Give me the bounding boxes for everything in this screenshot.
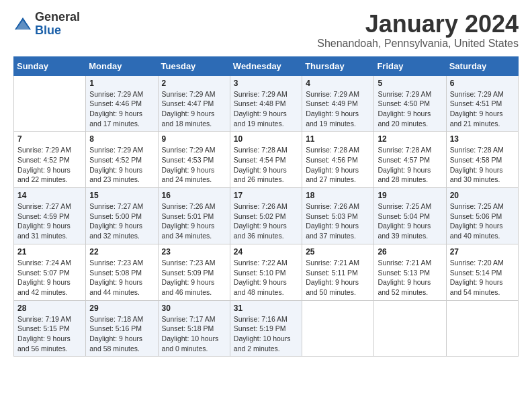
calendar-cell: 1Sunrise: 7:29 AMSunset: 4:46 PMDaylight… bbox=[86, 75, 158, 132]
day-number: 31 bbox=[234, 304, 298, 313]
day-number: 12 bbox=[378, 134, 442, 144]
day-info: Sunrise: 7:23 AMSunset: 5:09 PMDaylight:… bbox=[162, 258, 226, 298]
day-info: Sunrise: 7:29 AMSunset: 4:46 PMDaylight:… bbox=[89, 89, 154, 129]
calendar-cell: 8Sunrise: 7:29 AMSunset: 4:52 PMDaylight… bbox=[86, 132, 158, 188]
calendar-cell bbox=[302, 300, 374, 357]
calendar-week-4: 21Sunrise: 7:24 AMSunset: 5:07 PMDayligh… bbox=[14, 244, 519, 300]
day-info: Sunrise: 7:27 AMSunset: 5:00 PMDaylight:… bbox=[89, 201, 154, 241]
calendar-cell: 2Sunrise: 7:29 AMSunset: 4:47 PMDaylight… bbox=[158, 75, 230, 132]
day-info: Sunrise: 7:29 AMSunset: 4:47 PMDaylight:… bbox=[162, 89, 226, 129]
calendar-week-2: 7Sunrise: 7:29 AMSunset: 4:52 PMDaylight… bbox=[14, 132, 519, 188]
logo-general-text: General bbox=[35, 11, 80, 24]
day-info: Sunrise: 7:22 AMSunset: 5:10 PMDaylight:… bbox=[234, 258, 298, 298]
calendar-week-3: 14Sunrise: 7:27 AMSunset: 4:59 PMDayligh… bbox=[14, 188, 519, 244]
day-info: Sunrise: 7:16 AMSunset: 5:19 PMDaylight:… bbox=[234, 314, 298, 354]
title-block: January 2024 Shenandoah, Pennsylvania, U… bbox=[317, 11, 519, 50]
calendar-cell: 10Sunrise: 7:28 AMSunset: 4:54 PMDayligh… bbox=[230, 132, 302, 188]
day-number: 29 bbox=[89, 304, 154, 313]
calendar-cell: 18Sunrise: 7:26 AMSunset: 5:03 PMDayligh… bbox=[302, 188, 374, 244]
calendar-cell: 23Sunrise: 7:23 AMSunset: 5:09 PMDayligh… bbox=[158, 244, 230, 300]
calendar-cell: 11Sunrise: 7:28 AMSunset: 4:56 PMDayligh… bbox=[302, 132, 374, 188]
day-header-friday: Friday bbox=[374, 56, 446, 75]
day-number: 6 bbox=[450, 79, 515, 88]
calendar-table: SundayMondayTuesdayWednesdayThursdayFrid… bbox=[13, 56, 519, 357]
calendar-cell: 22Sunrise: 7:23 AMSunset: 5:08 PMDayligh… bbox=[86, 244, 158, 300]
day-number: 24 bbox=[234, 247, 298, 257]
calendar-cell: 14Sunrise: 7:27 AMSunset: 4:59 PMDayligh… bbox=[14, 188, 86, 244]
calendar-cell: 16Sunrise: 7:26 AMSunset: 5:01 PMDayligh… bbox=[158, 188, 230, 244]
calendar-cell: 7Sunrise: 7:29 AMSunset: 4:52 PMDaylight… bbox=[14, 132, 86, 188]
calendar-cell: 29Sunrise: 7:18 AMSunset: 5:16 PMDayligh… bbox=[86, 300, 158, 357]
day-number: 15 bbox=[89, 191, 154, 200]
day-number: 4 bbox=[306, 79, 370, 88]
day-number: 13 bbox=[450, 134, 515, 144]
day-info: Sunrise: 7:19 AMSunset: 5:15 PMDaylight:… bbox=[17, 314, 82, 354]
day-number: 1 bbox=[89, 79, 154, 88]
day-info: Sunrise: 7:26 AMSunset: 5:01 PMDaylight:… bbox=[162, 201, 226, 241]
day-info: Sunrise: 7:26 AMSunset: 5:03 PMDaylight:… bbox=[306, 201, 370, 241]
day-info: Sunrise: 7:26 AMSunset: 5:02 PMDaylight:… bbox=[234, 201, 298, 241]
day-info: Sunrise: 7:28 AMSunset: 4:56 PMDaylight:… bbox=[306, 145, 370, 185]
calendar-cell: 9Sunrise: 7:29 AMSunset: 4:53 PMDaylight… bbox=[158, 132, 230, 188]
calendar-cell bbox=[14, 75, 86, 132]
day-header-saturday: Saturday bbox=[446, 56, 518, 75]
day-header-monday: Monday bbox=[86, 56, 158, 75]
day-number: 30 bbox=[162, 304, 226, 313]
logo-icon bbox=[13, 15, 32, 34]
day-number: 25 bbox=[306, 247, 370, 257]
calendar-cell: 15Sunrise: 7:27 AMSunset: 5:00 PMDayligh… bbox=[86, 188, 158, 244]
day-number: 9 bbox=[162, 134, 226, 144]
day-info: Sunrise: 7:17 AMSunset: 5:18 PMDaylight:… bbox=[162, 314, 226, 354]
day-info: Sunrise: 7:28 AMSunset: 4:58 PMDaylight:… bbox=[450, 145, 515, 185]
day-number: 16 bbox=[162, 191, 226, 200]
calendar-cell: 24Sunrise: 7:22 AMSunset: 5:10 PMDayligh… bbox=[230, 244, 302, 300]
calendar-cell: 12Sunrise: 7:28 AMSunset: 4:57 PMDayligh… bbox=[374, 132, 446, 188]
calendar-cell: 5Sunrise: 7:29 AMSunset: 4:50 PMDaylight… bbox=[374, 75, 446, 132]
day-number: 21 bbox=[17, 247, 82, 257]
calendar-cell: 13Sunrise: 7:28 AMSunset: 4:58 PMDayligh… bbox=[446, 132, 518, 188]
day-info: Sunrise: 7:29 AMSunset: 4:50 PMDaylight:… bbox=[378, 89, 442, 129]
calendar-header-row: SundayMondayTuesdayWednesdayThursdayFrid… bbox=[14, 56, 519, 75]
logo: General Blue bbox=[13, 11, 80, 38]
day-number: 28 bbox=[17, 304, 82, 313]
day-number: 2 bbox=[162, 79, 226, 88]
page-header: General Blue January 2024 Shenandoah, Pe… bbox=[13, 11, 519, 50]
day-info: Sunrise: 7:21 AMSunset: 5:11 PMDaylight:… bbox=[306, 258, 370, 298]
day-info: Sunrise: 7:29 AMSunset: 4:52 PMDaylight:… bbox=[17, 145, 82, 185]
calendar-cell: 27Sunrise: 7:20 AMSunset: 5:14 PMDayligh… bbox=[446, 244, 518, 300]
day-info: Sunrise: 7:18 AMSunset: 5:16 PMDaylight:… bbox=[89, 314, 154, 354]
day-info: Sunrise: 7:29 AMSunset: 4:48 PMDaylight:… bbox=[234, 89, 298, 129]
calendar-cell: 20Sunrise: 7:25 AMSunset: 5:06 PMDayligh… bbox=[446, 188, 518, 244]
calendar-cell: 4Sunrise: 7:29 AMSunset: 4:49 PMDaylight… bbox=[302, 75, 374, 132]
day-info: Sunrise: 7:29 AMSunset: 4:51 PMDaylight:… bbox=[450, 89, 515, 129]
day-number: 27 bbox=[450, 247, 515, 257]
day-number: 3 bbox=[234, 79, 298, 88]
calendar-cell: 25Sunrise: 7:21 AMSunset: 5:11 PMDayligh… bbox=[302, 244, 374, 300]
day-info: Sunrise: 7:28 AMSunset: 4:57 PMDaylight:… bbox=[378, 145, 442, 185]
day-number: 23 bbox=[162, 247, 226, 257]
calendar-cell: 3Sunrise: 7:29 AMSunset: 4:48 PMDaylight… bbox=[230, 75, 302, 132]
day-info: Sunrise: 7:29 AMSunset: 4:49 PMDaylight:… bbox=[306, 89, 370, 129]
calendar-week-1: 1Sunrise: 7:29 AMSunset: 4:46 PMDaylight… bbox=[14, 75, 519, 132]
calendar-cell bbox=[374, 300, 446, 357]
day-number: 7 bbox=[17, 134, 82, 144]
day-number: 10 bbox=[234, 134, 298, 144]
day-info: Sunrise: 7:28 AMSunset: 4:54 PMDaylight:… bbox=[234, 145, 298, 185]
day-number: 11 bbox=[306, 134, 370, 144]
day-number: 17 bbox=[234, 191, 298, 200]
day-info: Sunrise: 7:29 AMSunset: 4:53 PMDaylight:… bbox=[162, 145, 226, 185]
calendar-cell bbox=[446, 300, 518, 357]
day-header-thursday: Thursday bbox=[302, 56, 374, 75]
calendar-cell: 6Sunrise: 7:29 AMSunset: 4:51 PMDaylight… bbox=[446, 75, 518, 132]
day-number: 14 bbox=[17, 191, 82, 200]
location: Shenandoah, Pennsylvania, United States bbox=[317, 38, 519, 50]
day-info: Sunrise: 7:25 AMSunset: 5:06 PMDaylight:… bbox=[450, 201, 515, 241]
day-info: Sunrise: 7:24 AMSunset: 5:07 PMDaylight:… bbox=[17, 258, 82, 298]
day-number: 8 bbox=[89, 134, 154, 144]
calendar-cell: 26Sunrise: 7:21 AMSunset: 5:13 PMDayligh… bbox=[374, 244, 446, 300]
day-header-wednesday: Wednesday bbox=[230, 56, 302, 75]
day-header-tuesday: Tuesday bbox=[158, 56, 230, 75]
day-info: Sunrise: 7:29 AMSunset: 4:52 PMDaylight:… bbox=[89, 145, 154, 185]
calendar-cell: 31Sunrise: 7:16 AMSunset: 5:19 PMDayligh… bbox=[230, 300, 302, 357]
month-title: January 2024 bbox=[317, 11, 519, 38]
